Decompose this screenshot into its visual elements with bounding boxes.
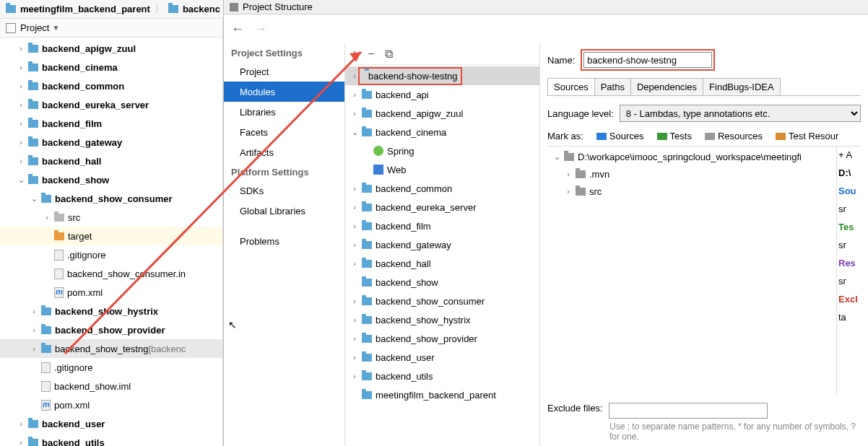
sidebar-item-artifacts[interactable]: Artifacts — [224, 142, 344, 162]
expand-arrow-icon[interactable]: › — [16, 63, 26, 71]
expand-arrow-icon[interactable]: › — [16, 438, 26, 446]
tree-row[interactable]: .gitignore — [0, 245, 222, 264]
tree-row[interactable]: ›src — [0, 208, 222, 227]
module-row[interactable]: ›backend_hall — [345, 254, 539, 273]
module-row[interactable]: ›backend_show_hystrix — [345, 310, 539, 329]
expand-arrow-icon[interactable]: › — [350, 90, 360, 99]
expand-arrow-icon[interactable]: › — [29, 307, 39, 315]
expand-arrow-icon[interactable]: › — [16, 419, 26, 428]
expand-arrow-icon[interactable]: › — [350, 297, 360, 305]
expand-arrow-icon[interactable]: › — [16, 82, 26, 90]
tab-dependencies[interactable]: Dependencies — [630, 78, 703, 95]
module-row[interactable]: ›backend_eureka_server — [345, 198, 539, 217]
expand-arrow-icon[interactable]: › — [16, 44, 26, 53]
expand-arrow-icon[interactable]: › — [16, 138, 26, 147]
module-row[interactable]: ›backend_common — [345, 179, 539, 198]
expand-arrow-icon[interactable]: ⌄ — [16, 175, 26, 185]
module-row[interactable]: ›backend_apigw_zuul — [345, 104, 539, 123]
tree-row[interactable]: ›backend_show_provider — [0, 320, 222, 339]
language-level-select[interactable]: 8 - Lambdas, type annotations etc. — [620, 105, 861, 122]
module-row[interactable]: ⌄backend_cinema — [345, 123, 539, 141]
module-row[interactable]: meetingfilm_backend_parent — [345, 385, 539, 404]
expand-arrow-icon[interactable]: › — [563, 170, 573, 178]
mark-sources[interactable]: Sources — [596, 131, 644, 141]
tree-row[interactable]: ›backend_show_testng [backenc — [0, 339, 222, 358]
expand-arrow-icon[interactable]: › — [16, 100, 26, 109]
module-row[interactable]: ›backend_api — [345, 85, 539, 104]
module-row[interactable]: ›backend_gateway — [345, 235, 539, 254]
project-panel-header[interactable]: Project ▼ — [0, 19, 222, 38]
chevron-down-icon[interactable]: ▼ — [52, 24, 59, 32]
copy-module-button[interactable]: ⧉ — [385, 48, 393, 61]
tree-row[interactable]: .gitignore — [0, 358, 222, 377]
module-row[interactable]: backend_show — [345, 273, 539, 292]
tree-row[interactable]: ›backend_apigw_zuul — [0, 39, 222, 58]
sidebar-item-global-libraries[interactable]: Global Libraries — [224, 201, 344, 221]
expand-arrow-icon[interactable]: › — [29, 325, 39, 334]
content-root-tree[interactable]: ⌄D:\workapce\imooc_springcloud_workspace… — [547, 147, 836, 395]
sidebar-item-problems[interactable]: Problems — [224, 231, 344, 251]
tree-row[interactable]: ›backend_utils — [0, 433, 222, 446]
breadcrumb-root[interactable]: meetingfilm_backend_parent — [20, 4, 150, 14]
content-row[interactable]: ›src — [547, 183, 836, 200]
exclude-files-input[interactable] — [609, 403, 768, 419]
expand-arrow-icon[interactable]: › — [350, 203, 360, 211]
tree-row[interactable]: pom.xml — [0, 283, 222, 302]
breadcrumb-child[interactable]: backenc — [183, 4, 220, 14]
tree-row[interactable]: ›backend_cinema — [0, 58, 222, 76]
expand-arrow-icon[interactable]: › — [16, 119, 26, 128]
tree-row[interactable]: ›backend_user — [0, 414, 222, 433]
module-row[interactable]: ›backend_film — [345, 217, 539, 235]
expand-arrow-icon[interactable]: ⌄ — [350, 128, 360, 137]
mark-tests[interactable]: Tests — [657, 131, 692, 141]
module-row[interactable]: Web — [345, 160, 539, 179]
module-row[interactable]: ›backend_show_consumer — [345, 292, 539, 310]
forward-button[interactable]: → — [254, 22, 267, 37]
sidebar-item-modules[interactable]: Modules — [224, 82, 344, 102]
tree-row[interactable]: ›backend_hall — [0, 152, 222, 170]
tree-row[interactable]: ›backend_film — [0, 114, 222, 133]
tree-row[interactable]: ⌄backend_show — [0, 170, 222, 189]
expand-arrow-icon[interactable]: ⌄ — [552, 152, 562, 162]
add-module-button[interactable]: + — [351, 48, 357, 61]
mark-resources[interactable]: Resources — [705, 131, 763, 141]
sidebar-item-facets[interactable]: Facets — [224, 122, 344, 142]
expand-arrow-icon[interactable]: › — [350, 259, 360, 268]
expand-arrow-icon[interactable]: › — [350, 184, 360, 193]
tree-row[interactable]: ›backend_show_hystrix — [0, 302, 222, 320]
mark-test resour[interactable]: Test Resour — [776, 131, 838, 141]
expand-arrow-icon[interactable]: › — [350, 315, 360, 324]
expand-arrow-icon[interactable]: › — [350, 372, 360, 380]
content-row[interactable]: ⌄D:\workapce\imooc_springcloud_workspace… — [547, 148, 836, 165]
expand-arrow-icon[interactable]: › — [42, 213, 52, 222]
module-row[interactable]: ›backend-show-testng — [345, 66, 539, 85]
expand-arrow-icon[interactable]: ⌄ — [29, 194, 39, 204]
expand-arrow-icon[interactable]: › — [563, 187, 573, 196]
module-row[interactable]: Spring — [345, 141, 539, 160]
content-row[interactable]: ›.mvn — [547, 165, 836, 183]
module-row[interactable]: ›backend_user — [345, 348, 539, 367]
tree-row[interactable]: ›backend_gateway — [0, 133, 222, 152]
add-content-root[interactable]: + A — [838, 149, 859, 160]
sidebar-item-project[interactable]: Project — [224, 61, 344, 82]
expand-arrow-icon[interactable]: › — [350, 109, 360, 118]
remove-module-button[interactable]: − — [368, 48, 374, 61]
tree-row[interactable]: ›backend_common — [0, 76, 222, 95]
back-button[interactable]: ← — [231, 22, 244, 37]
tree-row[interactable]: backend_show.iml — [0, 377, 222, 395]
expand-arrow-icon[interactable]: › — [350, 334, 360, 343]
tree-row[interactable]: pom.xml — [0, 395, 222, 414]
tree-row[interactable]: ›backend_eureka_server — [0, 95, 222, 114]
tree-row[interactable]: target — [0, 227, 222, 245]
expand-arrow-icon[interactable]: › — [16, 157, 26, 165]
tree-row[interactable]: backend_show_consumer.in — [0, 264, 222, 283]
sidebar-item-libraries[interactable]: Libraries — [224, 102, 344, 122]
expand-arrow-icon[interactable]: › — [350, 353, 360, 362]
module-row[interactable]: ›backend_show_provider — [345, 329, 539, 348]
module-name-input[interactable] — [583, 52, 712, 68]
tab-sources[interactable]: Sources — [547, 78, 595, 95]
tab-paths[interactable]: Paths — [594, 78, 631, 95]
expand-arrow-icon[interactable]: › — [350, 222, 360, 230]
expand-arrow-icon[interactable]: › — [29, 344, 39, 353]
tree-row[interactable]: ⌄backend_show_consumer — [0, 189, 222, 208]
